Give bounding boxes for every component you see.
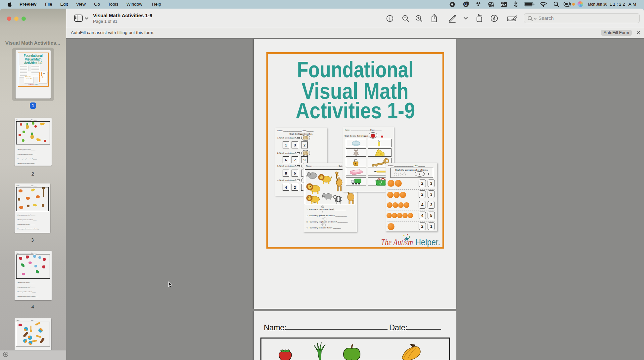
svg-text:G: G xyxy=(464,2,467,7)
svg-text:Helper.: Helper. xyxy=(415,237,440,247)
